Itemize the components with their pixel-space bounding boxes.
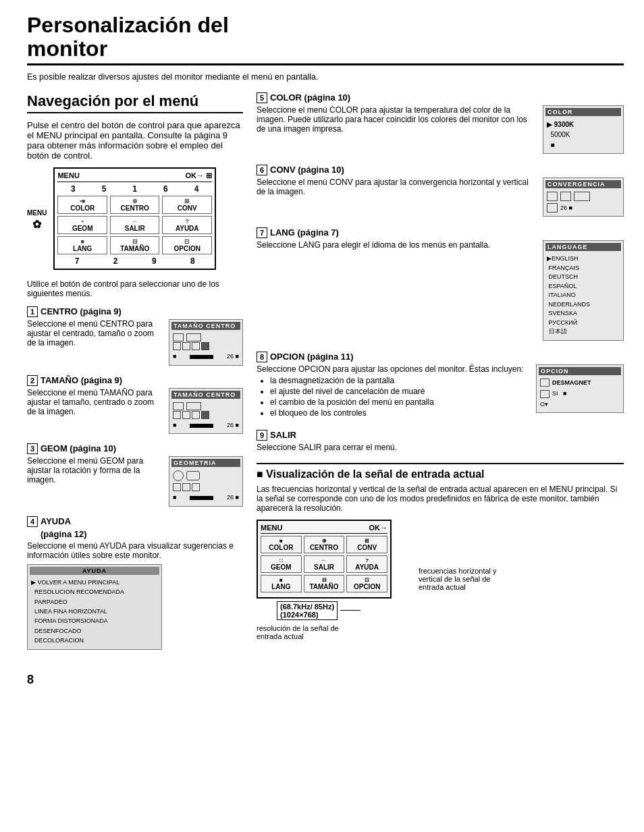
menu-cell-salir[interactable]: ← SALIR <box>110 216 160 234</box>
item-tamano-title: TAMAÑO (página 9) <box>41 375 122 385</box>
item-color-screen: COLOR ▶ 9300K 5000K ■ <box>543 105 624 154</box>
label-resolution: resolución de la señal de entrada actual <box>257 624 344 640</box>
ayuda-item-5: FORMA DISTORSIONADA <box>31 616 158 626</box>
menu-cell-lang[interactable]: ■ LANG <box>57 236 107 254</box>
item-tamano-screen: TAMAÑO CENTRO ■ 26 ■ <box>169 388 243 435</box>
item-geom-text: Seleccione el menú GEOM para ajustar la … <box>27 456 162 484</box>
item-geom-screen: GEOMETRIA ■ <box>169 456 243 507</box>
ayuda-item-2: RESOLUCION RECOMENDADA <box>31 587 158 597</box>
item-lang: 7 LANG (página 7) Seleccione LANG para e… <box>257 227 624 341</box>
nav-intro-text: Pulse el centro del botón de control par… <box>27 120 243 161</box>
bottom-text: Las frecuencias horizontal y vertical de… <box>257 484 624 513</box>
main-title: Personalización del monitor <box>27 13 624 65</box>
item-conv-title: CONV (página 10) <box>270 165 344 175</box>
bottom-section: ■ Visualización de la señal de entrada a… <box>257 463 624 640</box>
item-centro: 1 CENTRO (página 9) Seleccione el menú C… <box>27 306 243 366</box>
bottom-menu-diagram: MENU OK→ ■ COLOR ⊕ CENTRO <box>257 520 392 599</box>
item-ayuda-text: Seleccione el menú AYUDA para visualizar… <box>27 541 243 560</box>
item-conv: 6 CONV (página 10) Seleccione el menú CO… <box>257 165 624 217</box>
menu-diagram: MENU ✿ MENU OK→ ⊞ 3 5 1 6 4 <box>27 167 216 273</box>
bm-title: MENU <box>261 524 282 532</box>
item-opcion-title: OPCION (página 11) <box>270 352 354 362</box>
lang-deutsch: DEUTSCH <box>547 273 620 282</box>
bm-ayuda[interactable]: ? AYUDA <box>346 555 387 573</box>
menu-ok-label: OK→ ⊞ <box>185 171 212 180</box>
lang-english: ▶ENGLISH <box>547 254 620 264</box>
item-opcion: 8 OPCION (página 11) Seleccione OPCION p… <box>257 352 624 419</box>
bm-color[interactable]: ■ COLOR <box>261 536 302 553</box>
menu-cell-ayuda[interactable]: ? AYUDA <box>162 216 212 234</box>
item-tamano-text: Seleccione el menú TAMAÑO para ajustar e… <box>27 388 162 416</box>
item-salir-title: SALIR <box>270 430 296 440</box>
lang-svenska: SVENSKA <box>547 309 620 318</box>
bottom-title: ■ Visualización de la señal de entrada a… <box>257 468 624 480</box>
item-geom-title: GEOM (página 10) <box>41 443 116 453</box>
lang-francais: FRANÇAIS <box>547 264 620 273</box>
item-tamano: 2 TAMAÑO (página 9) Seleccione el menú T… <box>27 375 243 435</box>
menu-num-9: 9 <box>152 256 157 266</box>
item-lang-text: Seleccione LANG para elegir el idioma de… <box>257 240 536 250</box>
bottom-signal-labels: resolución de la señal de entrada actual <box>257 624 624 640</box>
bm-conv[interactable]: ⊞ CONV <box>346 536 387 553</box>
lang-russian: РУССКИЙ <box>547 318 620 328</box>
item-num-2: 2 <box>27 375 38 386</box>
item-ayuda-subtitle: (página 12) <box>41 529 243 539</box>
ayuda-item-4: LINEA FINA HORIZONTAL <box>31 607 158 616</box>
item-num-3: 3 <box>27 443 38 454</box>
bm-salir[interactable]: ← SALIR <box>304 555 345 573</box>
lang-espanol: ESPAÑOL <box>547 282 620 292</box>
bm-tamano[interactable]: ⊟ TAMAÑO <box>304 575 345 592</box>
bm-opcion[interactable]: ⊡ OPCION <box>346 575 387 592</box>
arrow-line-left <box>340 610 360 611</box>
menu-cell-centro[interactable]: ⊕ CENTRO <box>110 196 160 214</box>
label-freq: frecuencias horizontal y vertical de la … <box>419 567 506 591</box>
item-opcion-text: Seleccione OPCION para ajustar las opcio… <box>257 364 529 374</box>
bullet-1: la desmagnetización de la pantalla <box>270 376 529 385</box>
lang-italiano: ITALIANO <box>547 291 620 300</box>
item-opcion-bullets: la desmagnetización de la pantalla el aj… <box>257 376 529 418</box>
item-geom: 3 GEOM (página 10) Seleccione el menú GE… <box>27 443 243 507</box>
item-salir-text: Seleccione SALIR para cerrar el menú. <box>257 443 624 452</box>
item-opcion-screen: OPCION DESMAGNET SI ■ O▾ <box>536 364 624 414</box>
item-ayuda: 4 AYUDA (página 12) Seleccione el menú A… <box>27 516 243 650</box>
item-centro-title: CENTRO (página 9) <box>41 306 122 316</box>
lang-japanese: 日本語 <box>547 327 620 337</box>
bm-lang[interactable]: ■ LANG <box>261 575 302 592</box>
item-num-6: 6 <box>257 165 267 175</box>
menu-num-2: 2 <box>113 256 118 266</box>
item-ayuda-title: AYUDA <box>41 516 71 526</box>
ayuda-item-3: PARPADEO <box>31 597 158 607</box>
nav-note: Utilice el botón de control para selecci… <box>27 279 243 298</box>
lang-nederlands: NEDERLANDS <box>547 300 620 310</box>
menu-num-5: 5 <box>102 184 107 194</box>
menu-cell-geom[interactable]: ▪ GEOM <box>57 216 107 234</box>
menu-num-1: 1 <box>132 184 137 194</box>
menu-cell-opcion[interactable]: ⊡ OPCION <box>162 236 212 254</box>
menu-cell-color[interactable]: ▪■ COLOR <box>57 196 107 214</box>
menu-num-4: 4 <box>194 184 199 194</box>
item-centro-screen: TAMAÑO CENTRO ■ 26 ■ <box>169 319 243 366</box>
menu-num-6: 6 <box>163 184 168 194</box>
menu-num-3: 3 <box>71 184 76 194</box>
item-centro-text: Seleccione el menú CENTRO para ajustar e… <box>27 319 162 348</box>
item-num-9: 9 <box>257 430 267 441</box>
menu-label: MENU <box>27 209 47 217</box>
bm-geom[interactable]: □ GEOM <box>261 555 302 573</box>
menu-cell-tamano[interactable]: ⊟ TAMAÑO <box>110 236 160 254</box>
menu-cell-conv[interactable]: ⊞ CONV <box>162 196 212 214</box>
menu-diagram-title: MENU <box>57 171 79 180</box>
bullet-4: el bloqueo de los controles <box>270 408 529 418</box>
item-num-4: 4 <box>27 516 38 527</box>
ayuda-item-1: ▶ VOLVER A MENU PRINCIPAL <box>31 578 158 587</box>
bm-centro[interactable]: ⊕ CENTRO <box>304 536 345 553</box>
page-number: 8 <box>27 673 34 686</box>
item-lang-title: LANG (página 7) <box>270 227 339 238</box>
item-num-8: 8 <box>257 352 267 362</box>
item-conv-screen: CONVERGENCIA 26 ■ <box>543 177 624 217</box>
item-color-title: COLOR (página 10) <box>270 92 350 103</box>
item-conv-text: Seleccione el menú CONV para ajustar la … <box>257 177 536 196</box>
bottom-labels: frecuencias horizontal y vertical de la … <box>419 520 506 601</box>
intro-text: Es posible realizar diversos ajustes del… <box>27 72 624 82</box>
freq-label: (68.7kHz/ 85Hz) (1024×768) <box>277 601 338 620</box>
item-lang-screen: LANGUAGE ▶ENGLISH FRANÇAIS DEUTSCH ESPAÑ… <box>543 240 624 341</box>
